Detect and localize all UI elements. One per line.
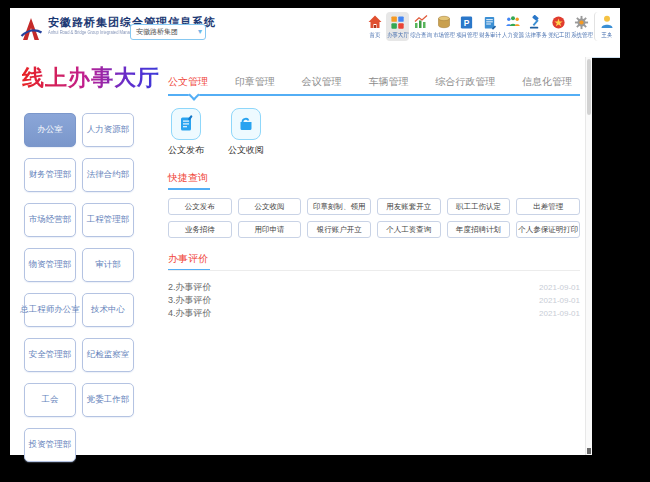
nav-item-market[interactable]: 市场管理 (432, 12, 455, 41)
sidebar-item-market-ops-dept[interactable]: 市场经营部 (24, 203, 76, 237)
quick-btn-doc-read[interactable]: 公文收阅 (238, 198, 302, 215)
sidebar-item-party-committee[interactable]: 党委工作部 (82, 383, 134, 417)
quick-btn-business-trip[interactable]: 出差管理 (516, 198, 580, 215)
vertical-scrollbar[interactable] (585, 57, 592, 455)
sidebar-item-materials-dept[interactable]: 物资管理部 (24, 248, 76, 282)
evaluation-title: 办事评价 (168, 252, 580, 266)
doc-publish-icon (171, 108, 201, 140)
quick-btn-work-injury[interactable]: 职工工伤认定 (447, 198, 511, 215)
sidebar-item-hr-dept[interactable]: 人力资源部 (82, 113, 134, 147)
tab-vehicle-mgmt[interactable]: 车辆管理 (368, 75, 408, 89)
home-icon (367, 14, 383, 30)
hr-people-icon (505, 14, 521, 30)
sidebar-item-finance-dept[interactable]: 财务管理部 (24, 158, 76, 192)
list-item[interactable]: 4.办事评价 2021-09-01 (168, 307, 580, 320)
quick-btn-hospitality[interactable]: 业务招待 (168, 221, 232, 238)
shortcut-row: 公文发布 公文收阅 (168, 108, 586, 157)
sidebar-item-safety-dept[interactable]: 安全管理部 (24, 338, 76, 372)
user-avatar-icon (599, 14, 615, 30)
sidebar-item-discipline-inspection[interactable]: 纪检监察室 (82, 338, 134, 372)
nav-item-party[interactable]: 党纪工团 (547, 12, 570, 41)
shortcut-label: 公文收阅 (228, 144, 264, 157)
sidebar-item-tech-center[interactable]: 技术中心 (82, 293, 134, 327)
list-item[interactable]: 2.办事评价 2021-09-01 (168, 281, 580, 294)
project-icon: P (459, 14, 475, 30)
nav-item-project[interactable]: P 项目管理 (455, 12, 478, 41)
eval-item-date: 2021-09-01 (539, 283, 580, 292)
shortcut-doc-read[interactable]: 公文收阅 (228, 108, 264, 157)
tab-underline (168, 94, 580, 96)
tab-info-mgmt[interactable]: 信息化管理 (522, 75, 572, 89)
chevron-down-icon: ▾ (198, 28, 202, 36)
evaluation-section: 办事评价 2.办事评价 2021-09-01 3.办事评价 2021-09-01… (168, 252, 580, 320)
legal-gavel-icon (528, 14, 544, 30)
scrollbar-handle[interactable] (587, 59, 591, 115)
page-header: 安徽路桥集团综合管理信息系统 Anhui Road & Bridge Group… (10, 8, 620, 58)
scrollbar-down-arrow[interactable] (587, 448, 591, 454)
market-money-icon (436, 14, 452, 30)
organization-select[interactable]: 安徽路桥集团 ▾ (130, 24, 206, 40)
sidebar-item-engineering-dept[interactable]: 工程管理部 (82, 203, 134, 237)
shortcut-doc-publish[interactable]: 公文发布 (168, 108, 204, 157)
sidebar-item-legal-contract-dept[interactable]: 法律合约部 (82, 158, 134, 192)
evaluation-divider (168, 270, 580, 271)
party-emblem-icon (551, 14, 567, 30)
sidebar-item-investment-dept[interactable]: 投资管理部 (24, 428, 76, 462)
sidebar-item-audit-dept[interactable]: 审计部 (82, 248, 134, 282)
top-nav: 首页 办事大厅 综合查询 市场管理 (363, 12, 618, 41)
quick-query-section: 快捷查询 公文发布 公文收阅 印章刻制、领用 用友账套开立 职工工伤认定 出差管… (168, 171, 580, 238)
tab-seal-mgmt[interactable]: 印章管理 (235, 75, 275, 89)
nav-item-system[interactable]: 系统管理 (570, 12, 593, 41)
eval-item-label: 4.办事评价 (168, 307, 212, 320)
quick-query-title: 快捷查询 (168, 171, 580, 185)
nav-item-finance[interactable]: 财务审计 (478, 12, 501, 41)
quick-btn-insurance-print[interactable]: 个人参保证明打印 (516, 221, 580, 238)
quick-btn-doc-publish[interactable]: 公文发布 (168, 198, 232, 215)
quick-btn-seal-apply[interactable]: 用印申请 (238, 221, 302, 238)
quick-btn-seal-engrave[interactable]: 印章刻制、领用 (307, 198, 371, 215)
evaluation-list: 2.办事评价 2021-09-01 3.办事评价 2021-09-01 4.办事… (168, 281, 580, 320)
sidebar-item-chief-engineer-office[interactable]: 总工程师办公室 (24, 293, 76, 327)
system-gear-icon (574, 14, 590, 30)
main-content: 公文管理 印章管理 会议管理 车辆管理 综合行政管理 信息化管理 公文发布 (158, 57, 586, 455)
page-body: 线上办事大厅 办公室 人力资源部 财务管理部 法律合约部 市场经营部 工程管理部… (10, 57, 592, 455)
organization-select-value: 安徽路桥集团 (136, 27, 178, 37)
nav-item-home[interactable]: 首页 (363, 12, 386, 41)
nav-item-user[interactable]: 王央 (594, 12, 618, 41)
nav-item-legal[interactable]: 法律事务 (524, 12, 547, 41)
service-hall-grid-icon (390, 14, 406, 30)
eval-item-date: 2021-09-01 (539, 296, 580, 305)
sidebar-item-labor-union[interactable]: 工会 (24, 383, 76, 417)
finance-audit-icon (482, 14, 498, 30)
active-tab-notch (188, 89, 199, 100)
nav-item-hr[interactable]: 人力资源 (501, 12, 524, 41)
sidebar-item-office[interactable]: 办公室 (24, 113, 76, 147)
eval-item-date: 2021-09-01 (539, 309, 580, 318)
svg-text:P: P (464, 17, 470, 27)
doc-read-icon (231, 108, 261, 140)
nav-item-query[interactable]: 综合查询 (409, 12, 432, 41)
chart-query-icon (413, 14, 429, 30)
eval-item-label: 3.办事评价 (168, 294, 212, 307)
tab-meeting-mgmt[interactable]: 会议管理 (302, 75, 342, 89)
quick-btn-bank-account[interactable]: 银行账户开立 (307, 221, 371, 238)
shortcut-label: 公文发布 (168, 144, 204, 157)
quick-btn-recruit-plan[interactable]: 年度招聘计划 (447, 221, 511, 238)
app-window: 安徽路桥集团综合管理信息系统 Anhui Road & Bridge Group… (0, 0, 650, 482)
quick-btn-yonyou-account[interactable]: 用友账套开立 (377, 198, 441, 215)
tab-admin-mgmt[interactable]: 综合行政管理 (435, 75, 495, 89)
nav-item-service-hall[interactable]: 办事大厅 (386, 12, 409, 41)
department-grid: 办公室 人力资源部 财务管理部 法律合约部 市场经营部 工程管理部 物资管理部 … (24, 113, 158, 462)
quick-query-underline (168, 188, 210, 190)
quick-query-grid: 公文发布 公文收阅 印章刻制、领用 用友账套开立 职工工伤认定 出差管理 业务招… (168, 198, 580, 238)
tab-document-mgmt[interactable]: 公文管理 (168, 75, 208, 89)
category-tabs: 公文管理 印章管理 会议管理 车辆管理 综合行政管理 信息化管理 (168, 75, 572, 89)
list-item[interactable]: 3.办事评价 2021-09-01 (168, 294, 580, 307)
eval-item-label: 2.办事评价 (168, 281, 212, 294)
quick-btn-salary-query[interactable]: 个人工资查询 (377, 221, 441, 238)
sidebar: 线上办事大厅 办公室 人力资源部 财务管理部 法律合约部 市场经营部 工程管理部… (10, 57, 158, 455)
logo-mark-icon (18, 16, 44, 46)
page-title: 线上办事大厅 (22, 63, 160, 93)
